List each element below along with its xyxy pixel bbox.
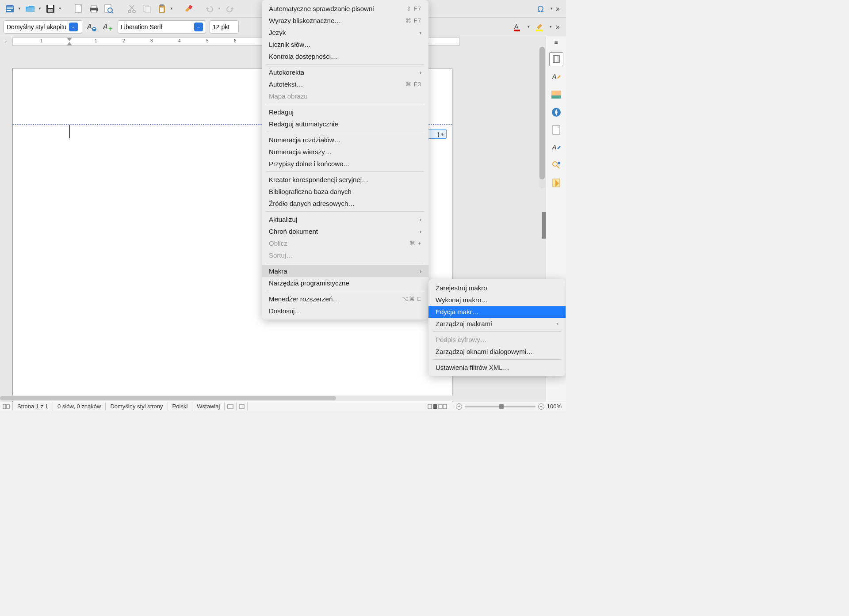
zoom-control[interactable]: − + 100% [451,403,566,410]
highlight-color-icon[interactable] [534,21,546,33]
menu-item[interactable]: Edycja makr… [428,306,566,318]
caret-icon[interactable]: ▼ [527,25,530,29]
menu-item[interactable]: Redaguj [262,106,428,118]
sidebar-handle[interactable] [542,212,546,239]
font-color-icon[interactable]: A [512,21,524,33]
copy-icon[interactable] [141,3,153,15]
menu-item[interactable]: Kontrola dostępności… [262,50,428,62]
menu-item[interactable]: Wyrazy bliskoznaczne…⌘ F7 [262,15,428,27]
export-pdf-icon[interactable] [73,3,85,15]
font-name-combo[interactable]: Liberation Serif ⌄ [118,20,206,34]
menu-item[interactable]: Autokorekta› [262,66,428,78]
status-selection-mode[interactable] [225,402,237,411]
menu-item[interactable]: Zarządzaj oknami dialogowymi… [428,346,566,357]
svg-point-14 [128,10,131,13]
special-char-icon[interactable]: Ω [535,3,548,15]
status-word-count[interactable]: 0 słów, 0 znaków [53,402,106,411]
status-signature[interactable] [237,402,248,411]
window-icon[interactable] [4,3,16,15]
zoom-out-button[interactable]: − [456,403,462,410]
caret-icon[interactable]: ▼ [549,25,552,29]
sidebar-menu-icon[interactable]: ≡ [554,39,558,46]
horizontal-scrollbar[interactable] [0,395,546,401]
svg-text:A: A [514,23,519,30]
zoom-slider-knob[interactable] [499,404,504,409]
menu-item[interactable]: Makra› [262,265,428,277]
gallery-panel-icon[interactable] [549,87,563,102]
chevron-down-icon[interactable]: ⌄ [69,23,78,31]
toolbar-overflow-icon[interactable]: » [556,23,562,31]
paragraph-style-combo[interactable]: Domyślny styl akapitu ⌄ [4,20,82,34]
styles-panel-icon[interactable]: A [549,70,563,84]
menu-item[interactable]: Zarejestruj makro [428,282,566,294]
menu-item[interactable]: Aktualizuj› [262,213,428,225]
menu-item[interactable]: Kreator korespondencji seryjnej… [262,174,428,186]
print-icon[interactable] [88,3,100,15]
menu-item[interactable]: Wykonaj makro… [428,294,566,306]
menu-separator [266,64,424,65]
redo-icon[interactable] [224,3,236,15]
status-book-icon[interactable] [0,402,13,411]
menu-shortcut: ⌘ F7 [405,17,421,24]
menu-item[interactable]: Bibliograficzna baza danych [262,186,428,198]
indent-marker-icon[interactable] [67,38,72,46]
caret-icon[interactable]: ▼ [18,7,21,11]
status-view-layout[interactable] [423,402,451,411]
submenu-arrow-icon: › [557,321,558,327]
menu-item[interactable]: Menedżer rozszerzeń…⌥⌘ E [262,293,428,305]
menu-item[interactable]: Numeracja rozdziałów… [262,134,428,146]
ruler-mark: 5 [206,38,209,43]
save-icon[interactable] [44,3,57,15]
svg-point-26 [92,27,96,31]
status-page-style[interactable]: Domyślny styl strony [106,402,168,411]
caret-icon[interactable]: ▼ [58,7,62,11]
caret-icon[interactable]: ▼ [218,7,221,11]
new-style-icon[interactable]: A+ [102,21,114,33]
menu-item[interactable]: Zarządzaj makrami› [428,318,566,330]
menu-item[interactable]: Ustawienia filtrów XML… [428,361,566,373]
scrollbar-thumb[interactable] [0,396,336,400]
menu-item[interactable]: Narzędzia programistyczne [262,277,428,289]
zoom-slider[interactable] [465,406,535,407]
style-inspector-icon[interactable]: A [549,141,563,155]
font-size-value: 12 pkt [213,23,229,30]
zoom-in-button[interactable]: + [538,403,544,410]
menu-item[interactable]: Język› [262,27,428,38]
navigator-panel-icon[interactable] [549,105,563,119]
scrollbar-thumb[interactable] [539,47,545,179]
caret-icon[interactable]: ▼ [38,7,42,11]
manage-changes-icon[interactable] [549,158,563,172]
caret-icon[interactable]: ▼ [170,7,173,11]
menu-item[interactable]: Licznik słów… [262,38,428,50]
svg-rect-49 [7,404,9,409]
menu-item[interactable]: Autotekst…⌘ F3 [262,78,428,90]
caret-icon[interactable]: ▼ [550,7,553,11]
menu-item[interactable]: Dostosuj… [262,305,428,317]
menu-item[interactable]: Przypisy dolne i końcowe… [262,158,428,170]
menu-item[interactable]: Numeracja wierszy… [262,146,428,158]
print-preview-icon[interactable] [103,3,115,15]
menu-item-label: Wyrazy bliskoznaczne… [269,17,341,24]
status-insert-mode[interactable]: Wstawiaj [192,402,225,411]
status-page[interactable]: Strona 1 z 1 [13,402,53,411]
menu-item[interactable]: Źródło danych adresowych… [262,198,428,209]
accessibility-check-icon[interactable] [549,176,563,190]
menu-item[interactable]: Chroń dokument› [262,225,428,237]
vertical-scrollbar[interactable] [539,47,545,188]
cut-icon[interactable] [126,3,138,15]
open-icon[interactable] [24,3,36,15]
properties-panel-icon[interactable] [549,52,563,66]
status-language[interactable]: Polski [168,402,193,411]
menu-item[interactable]: Redaguj automatycznie [262,118,428,130]
menu-separator [433,359,561,360]
menu-item[interactable]: Automatyczne sprawdzanie pisowni⇧ F7 [262,3,428,15]
undo-icon[interactable] [203,3,216,15]
svg-rect-5 [48,5,53,8]
chevron-down-icon[interactable]: ⌄ [194,23,203,31]
clone-formatting-icon[interactable] [182,3,195,15]
font-size-combo[interactable]: 12 pkt [210,20,239,34]
update-style-icon[interactable]: A [86,21,98,33]
page-panel-icon[interactable] [549,123,563,137]
toolbar-overflow-icon[interactable]: » [556,5,562,13]
paste-icon[interactable] [156,3,168,15]
